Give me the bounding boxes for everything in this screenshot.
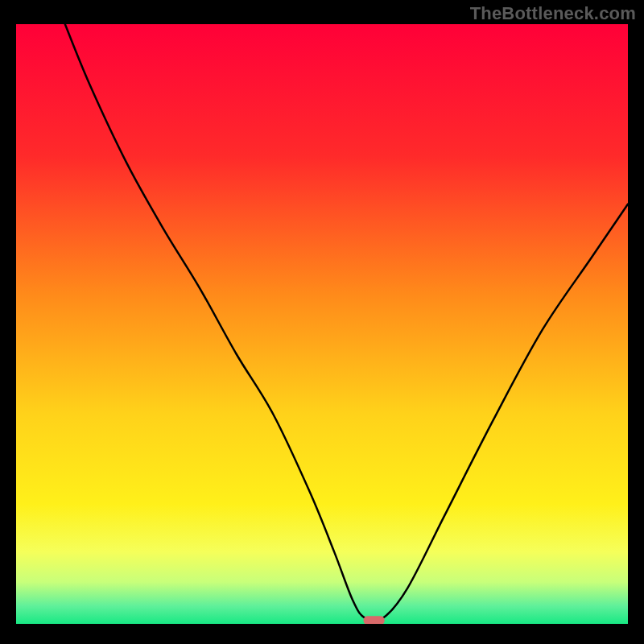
optimal-marker	[364, 616, 385, 624]
plot-area	[16, 24, 628, 624]
watermark-label: TheBottleneck.com	[470, 3, 636, 24]
chart-svg	[16, 24, 628, 624]
chart-container: TheBottleneck.com	[0, 0, 644, 644]
gradient-background	[16, 24, 628, 624]
